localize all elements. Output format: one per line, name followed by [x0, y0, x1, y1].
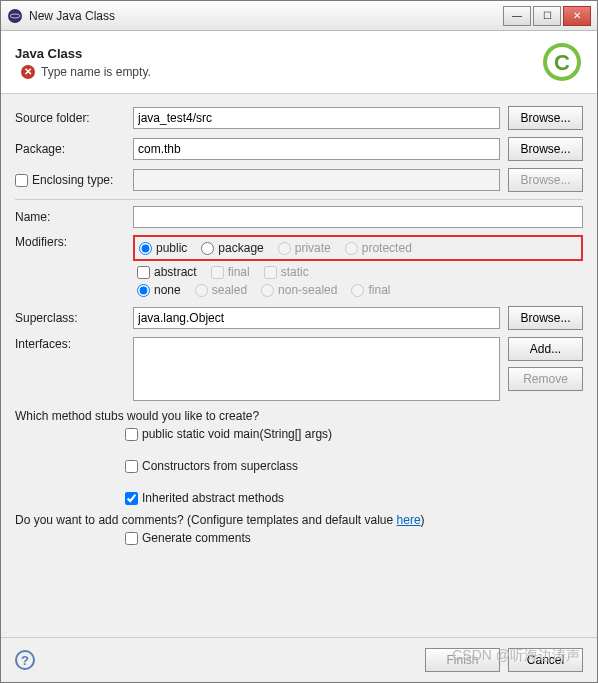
source-folder-label: Source folder: [15, 111, 125, 125]
here-link[interactable]: here [397, 513, 421, 527]
superclass-input[interactable] [133, 307, 500, 329]
package-input[interactable] [133, 138, 500, 160]
check-inherited-stub[interactable]: Inherited abstract methods [125, 491, 583, 505]
radio-sealed: sealed [195, 283, 247, 297]
name-label: Name: [15, 210, 125, 224]
name-input[interactable] [133, 206, 583, 228]
check-ctor-stub[interactable]: Constructors from superclass [125, 459, 583, 473]
dialog-window: New Java Class — ☐ ✕ Java Class ✕ Type n… [0, 0, 598, 683]
check-static: static [264, 265, 309, 279]
eclipse-icon [7, 8, 23, 24]
minimize-button[interactable]: — [503, 6, 531, 26]
access-modifiers-highlight: public package private protected [133, 235, 583, 261]
separator [15, 199, 583, 200]
package-label: Package: [15, 142, 125, 156]
finish-button: Finish [425, 648, 500, 672]
svg-text:C: C [554, 50, 570, 75]
radio-private: private [278, 241, 331, 255]
check-abstract[interactable]: abstract [137, 265, 197, 279]
interfaces-list[interactable] [133, 337, 500, 401]
radio-non-sealed: non-sealed [261, 283, 337, 297]
titlebar: New Java Class — ☐ ✕ [1, 1, 597, 31]
cancel-button[interactable]: Cancel [508, 648, 583, 672]
check-gen-comments[interactable]: Generate comments [125, 531, 583, 545]
window-buttons: — ☐ ✕ [503, 6, 591, 26]
help-icon[interactable]: ? [15, 650, 35, 670]
check-main-stub[interactable]: public static void main(String[] args) [125, 427, 583, 441]
radio-none[interactable]: none [137, 283, 181, 297]
superclass-label: Superclass: [15, 311, 125, 325]
banner-message: Type name is empty. [41, 65, 151, 79]
class-icon: C [541, 41, 583, 83]
stubs-question: Which method stubs would you like to cre… [15, 409, 583, 423]
source-folder-input[interactable] [133, 107, 500, 129]
browse-enclosing-button: Browse... [508, 168, 583, 192]
interfaces-label: Interfaces: [15, 337, 125, 351]
add-interface-button[interactable]: Add... [508, 337, 583, 361]
radio-final2: final [351, 283, 390, 297]
remove-interface-button: Remove [508, 367, 583, 391]
comments-question: Do you want to add comments? (Configure … [15, 513, 583, 527]
browse-source-button[interactable]: Browse... [508, 106, 583, 130]
close-button[interactable]: ✕ [563, 6, 591, 26]
content-area: Source folder: Browse... Package: Browse… [1, 94, 597, 637]
banner-title: Java Class [15, 46, 541, 61]
window-title: New Java Class [29, 9, 503, 23]
radio-package[interactable]: package [201, 241, 263, 255]
maximize-button[interactable]: ☐ [533, 6, 561, 26]
footer: ? Finish Cancel [1, 637, 597, 682]
check-final: final [211, 265, 250, 279]
error-icon: ✕ [21, 65, 35, 79]
modifiers-label: Modifiers: [15, 235, 125, 249]
enclosing-type-input [133, 169, 500, 191]
browse-package-button[interactable]: Browse... [508, 137, 583, 161]
radio-protected: protected [345, 241, 412, 255]
banner: Java Class ✕ Type name is empty. C [1, 31, 597, 94]
enclosing-type-check[interactable]: Enclosing type: [15, 173, 125, 187]
browse-superclass-button[interactable]: Browse... [508, 306, 583, 330]
radio-public[interactable]: public [139, 241, 187, 255]
